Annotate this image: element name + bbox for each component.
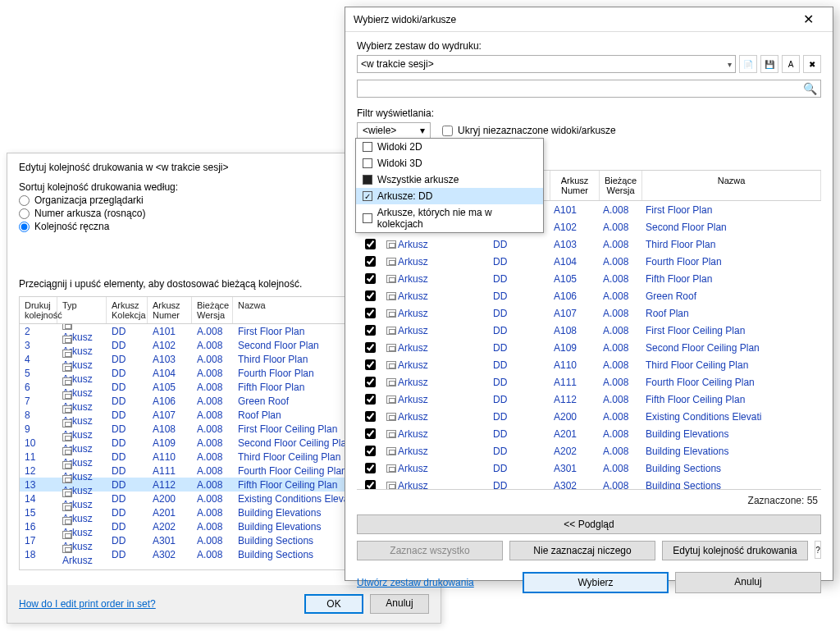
preview-button[interactable]: << Podgląd <box>357 514 821 534</box>
select-none-button[interactable]: Nie zaznaczaj niczego <box>509 541 655 560</box>
sheet-icon <box>62 489 72 497</box>
sheet-icon <box>386 413 396 421</box>
table-row[interactable]: ArkuszDDA104A.008Fourth Floor Plan <box>357 253 821 270</box>
sheet-icon <box>62 447 72 455</box>
display-filter-label: Filtr wyświetlania: <box>357 107 821 119</box>
sheet-icon <box>62 391 72 400</box>
sheet-icon <box>386 361 396 369</box>
delete-icon[interactable]: ✖ <box>803 55 821 73</box>
table-row[interactable]: ArkuszDDA110A.008Third Floor Ceiling Pla… <box>357 356 821 373</box>
checkbox-icon <box>363 142 372 152</box>
sheet-icon <box>386 292 396 300</box>
table-row[interactable]: ArkuszDDA108A.008First Floor Ceiling Pla… <box>357 322 821 339</box>
dialog-title: Wybierz widoki/arkusze <box>354 14 456 25</box>
help-icon[interactable]: ? <box>815 541 821 559</box>
table-row[interactable]: ArkuszDDA201A.008Building Elevations <box>357 425 821 442</box>
edit-print-order-button[interactable]: Edytuj kolejność drukowania <box>662 541 808 560</box>
sheet-icon <box>62 503 72 511</box>
checkbox-icon <box>363 191 372 201</box>
sheet-icon <box>62 377 72 386</box>
table-row[interactable]: ArkuszDDA200A.008Existing Conditions Ele… <box>357 408 821 425</box>
table-row[interactable]: ArkuszDDA107A.008Roof Plan <box>357 304 821 322</box>
filter-menu-item[interactable]: Arkusze, których nie ma w kolekcjach <box>356 204 543 232</box>
cancel-button[interactable]: Anuluj <box>675 572 821 593</box>
table-row[interactable]: ArkuszDDA302A.008Building Sections <box>357 477 821 490</box>
choose-button[interactable]: Wybierz <box>523 572 669 593</box>
save-icon[interactable]: 💾 <box>760 55 778 73</box>
copy-icon[interactable]: 📄 <box>739 55 757 73</box>
select-all-button[interactable]: Zaznacz wszystko <box>357 541 503 560</box>
sheet-icon <box>62 517 72 525</box>
sheet-icon <box>62 364 72 372</box>
sheet-icon <box>62 433 72 441</box>
table-row[interactable]: ArkuszDDA109A.008Second Floor Ceiling Pl… <box>357 339 821 356</box>
sheet-icon <box>386 327 396 335</box>
filter-menu-item[interactable]: Wszystkie arkusze <box>356 171 543 188</box>
sheet-icon <box>386 378 396 386</box>
sheet-icon <box>386 275 396 283</box>
display-filter-dropdown[interactable]: <wiele>▾ <box>357 122 431 139</box>
sheet-icon <box>386 430 396 438</box>
table-row[interactable]: ArkuszDDA301A.008Building Sections <box>357 460 821 477</box>
create-print-set-link[interactable]: Utwórz zestaw drukowania <box>357 577 474 588</box>
sheet-icon <box>62 324 72 330</box>
chevron-down-icon: ▾ <box>420 125 425 136</box>
sheet-icon <box>62 419 72 428</box>
table-row[interactable]: ArkuszDDA103A.008Third Floor Plan <box>357 235 821 253</box>
help-link[interactable]: How do I edit print order in set? <box>19 598 156 610</box>
sheet-icon <box>386 447 396 455</box>
display-filter-menu[interactable]: Widoki 2DWidoki 3DWszystkie arkuszeArkus… <box>355 138 544 233</box>
sheet-icon <box>62 531 72 539</box>
sheet-icon <box>386 240 396 249</box>
search-icon: 🔍 <box>803 82 817 95</box>
select-views-sheets-dialog: Wybierz widoki/arkusze ✕ Wybierz zestaw … <box>345 7 833 581</box>
checkbox-icon <box>363 158 372 168</box>
table-row[interactable]: ArkuszDDA106A.008Green Roof <box>357 287 821 304</box>
sheet-icon <box>386 482 396 490</box>
sheet-icon <box>386 464 396 473</box>
sheet-icon <box>386 396 396 404</box>
filter-menu-item[interactable]: Arkusze: DD <box>356 188 543 204</box>
table-row[interactable]: ArkuszDDA105A.008Fifth Floor Plan <box>357 270 821 287</box>
table-row[interactable]: ArkuszDDA111A.008Fourth Floor Ceiling Pl… <box>357 373 821 391</box>
sheet-icon <box>62 545 72 553</box>
print-set-label: Wybierz zestaw do wydruku: <box>357 40 821 52</box>
sheet-icon <box>62 405 72 414</box>
table-row[interactable]: ArkuszDDA202A.008Building Elevations <box>357 442 821 460</box>
views-table[interactable]: A101A.008First Floor PlanA102A.008Second… <box>357 201 821 490</box>
sheet-icon <box>386 258 396 266</box>
sheet-icon <box>62 336 72 344</box>
close-icon[interactable]: ✕ <box>792 9 824 30</box>
sheet-icon <box>386 309 396 318</box>
filter-menu-item[interactable]: Widoki 3D <box>356 155 543 171</box>
filter-menu-item[interactable]: Widoki 2D <box>356 139 543 155</box>
sheet-icon <box>62 350 72 358</box>
sheet-icon <box>62 475 72 483</box>
table-row[interactable]: ArkuszDDA112A.008Fifth Floor Ceiling Pla… <box>357 391 821 408</box>
print-set-dropdown[interactable]: <w trakcie sesji>▾ <box>357 55 736 73</box>
sheet-icon <box>386 344 396 352</box>
sheet-icon <box>62 461 72 469</box>
titlebar[interactable]: Wybierz widoki/arkusze ✕ <box>345 7 833 32</box>
checkbox-icon <box>363 175 372 185</box>
selected-count: Zaznaczone: 55 <box>357 490 821 508</box>
checkbox-icon <box>363 213 372 223</box>
search-input[interactable]: 🔍 <box>357 80 821 98</box>
chevron-down-icon: ▾ <box>728 60 732 69</box>
hide-unchecked-checkbox[interactable]: Ukryj niezaznaczone widoki/arkusze <box>442 125 616 136</box>
rename-icon[interactable]: A <box>782 55 800 73</box>
